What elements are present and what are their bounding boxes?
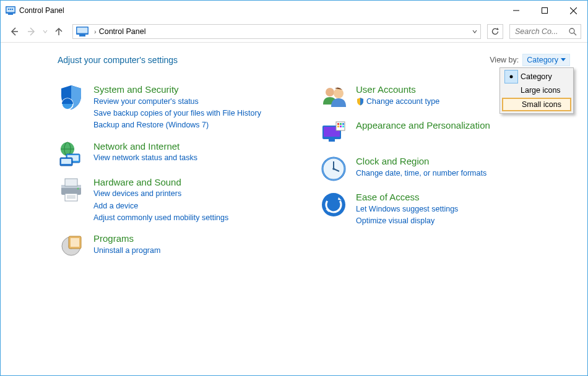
- search-input[interactable]: [514, 27, 568, 36]
- category-link[interactable]: Uninstall a program: [93, 245, 160, 257]
- category-link-label: Change account type: [366, 97, 439, 106]
- category-link[interactable]: Review your computer's status: [93, 96, 261, 108]
- address-dropdown[interactable]: [469, 25, 480, 38]
- category-link[interactable]: Change account type: [356, 96, 439, 108]
- search-icon: [568, 27, 577, 36]
- arrow-left-icon: [9, 27, 19, 36]
- category-link[interactable]: Adjust commonly used mobility settings: [93, 212, 228, 224]
- svg-point-33: [77, 187, 79, 189]
- control-panel-window: Control Panel: [0, 0, 588, 376]
- svg-point-4: [10, 9, 11, 10]
- minimize-button[interactable]: [502, 1, 530, 20]
- svg-point-18: [510, 75, 513, 79]
- programs-icon: [58, 233, 85, 260]
- svg-rect-48: [337, 126, 339, 127]
- category-link[interactable]: View network status and tasks: [93, 152, 197, 164]
- radio-unselected-icon: [506, 98, 519, 111]
- window-title: Control Panel: [19, 6, 64, 15]
- category-link[interactable]: Let Windows suggest settings: [356, 203, 458, 215]
- viewby-option-small-icons[interactable]: Small icons: [502, 98, 571, 111]
- close-button[interactable]: [559, 1, 587, 20]
- category-network-internet: Network and Internet View network status…: [58, 140, 308, 168]
- category-title[interactable]: User Accounts: [356, 83, 439, 96]
- category-system-security: System and Security Review your computer…: [58, 83, 308, 132]
- search-box[interactable]: [509, 24, 581, 39]
- svg-point-3: [8, 9, 9, 10]
- maximize-button[interactable]: [530, 1, 559, 20]
- radio-unselected-icon: [504, 83, 518, 97]
- category-title[interactable]: Hardware and Sound: [93, 176, 228, 189]
- viewby-option-large-icons[interactable]: Large icons: [502, 83, 571, 97]
- up-button[interactable]: [51, 24, 66, 39]
- category-hardware-sound: Hardware and Sound View devices and prin…: [58, 176, 308, 224]
- category-clock-region: Clock and Region Change date, time, or n…: [320, 155, 570, 182]
- svg-rect-47: [342, 123, 344, 125]
- category-link[interactable]: Optimize visual display: [356, 215, 458, 227]
- viewby-control: View by: Category Category Large icons: [490, 54, 570, 66]
- svg-rect-7: [542, 8, 548, 14]
- category-link[interactable]: Change date, time, or number formats: [356, 168, 486, 179]
- refresh-button[interactable]: [487, 24, 503, 39]
- category-title[interactable]: Clock and Region: [356, 155, 486, 168]
- category-title[interactable]: Programs: [93, 233, 160, 245]
- uac-shield-icon: [356, 97, 365, 106]
- refresh-icon: [491, 27, 499, 36]
- maximize-icon: [542, 7, 548, 14]
- svg-rect-43: [329, 139, 335, 142]
- arrow-up-icon: [54, 27, 64, 36]
- svg-rect-50: [342, 126, 344, 127]
- viewby-option-label: Category: [518, 72, 552, 81]
- svg-rect-14: [77, 27, 88, 33]
- ease-of-access-icon: [320, 191, 347, 218]
- svg-rect-15: [79, 35, 85, 36]
- category-title[interactable]: Network and Internet: [93, 140, 197, 153]
- viewby-current: Category: [527, 56, 558, 64]
- svg-point-16: [569, 28, 574, 33]
- category-ease-of-access: Ease of Access Let Windows suggest setti…: [320, 191, 570, 227]
- titlebar: Control Panel: [1, 1, 587, 20]
- category-link[interactable]: Save backup copies of your files with Fi…: [93, 108, 261, 119]
- svg-point-5: [12, 9, 13, 10]
- category-appearance: Appearance and Personalization: [320, 119, 570, 147]
- category-title[interactable]: Appearance and Personalization: [356, 119, 490, 132]
- svg-point-38: [326, 88, 334, 96]
- svg-rect-29: [65, 179, 77, 186]
- category-grid: System and Security Review your computer…: [58, 83, 570, 260]
- recent-locations-dropdown[interactable]: [41, 29, 49, 34]
- breadcrumb-item[interactable]: Control Panel: [99, 27, 146, 36]
- category-link[interactable]: View devices and printers: [93, 188, 228, 200]
- back-button[interactable]: [7, 24, 22, 39]
- category-title[interactable]: Ease of Access: [356, 191, 458, 203]
- content-area: Adjust your computer's settings View by:…: [1, 43, 587, 375]
- category-link[interactable]: Add a device: [93, 200, 228, 212]
- svg-point-55: [332, 168, 335, 170]
- forward-button[interactable]: [24, 24, 39, 39]
- categories-left-column: System and Security Review your computer…: [58, 83, 308, 260]
- shield-icon: [58, 83, 85, 111]
- viewby-label: View by:: [490, 56, 519, 64]
- viewby-option-category[interactable]: Category: [502, 70, 571, 83]
- address-bar[interactable]: › Control Panel: [72, 24, 481, 39]
- svg-rect-49: [340, 126, 342, 127]
- globe-network-icon: [58, 140, 85, 168]
- navigation-bar: › Control Panel: [1, 20, 587, 43]
- category-link[interactable]: Backup and Restore (Windows 7): [93, 119, 261, 131]
- control-panel-icon: [76, 26, 89, 37]
- window-controls: [502, 1, 587, 20]
- category-title[interactable]: System and Security: [93, 83, 261, 96]
- printer-icon: [58, 176, 85, 203]
- chevron-down-icon: [561, 58, 566, 62]
- user-accounts-icon: [320, 83, 347, 111]
- viewby-dropdown[interactable]: Category: [522, 54, 570, 66]
- clock-icon: [320, 155, 347, 182]
- viewby-option-label: Small icons: [519, 100, 561, 109]
- minimize-icon: [513, 7, 519, 14]
- svg-rect-2: [8, 14, 13, 15]
- viewby-option-label: Large icons: [518, 86, 561, 95]
- chevron-down-icon: [472, 29, 477, 34]
- control-panel-icon: [6, 6, 15, 15]
- page-heading: Adjust your computer's settings: [58, 55, 178, 65]
- appearance-icon: [320, 119, 347, 147]
- viewby-menu: Category Large icons Small icons: [499, 67, 574, 114]
- svg-point-39: [334, 88, 344, 98]
